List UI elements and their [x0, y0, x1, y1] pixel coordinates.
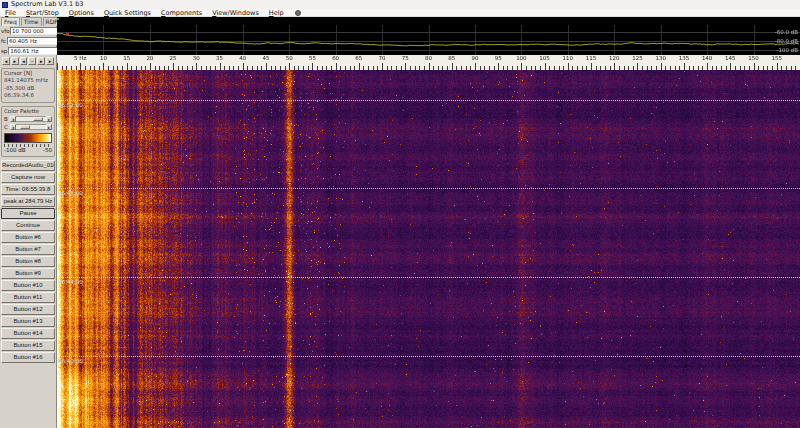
freq-label-95: 95 — [495, 55, 502, 62]
fc-label: fc — [1, 38, 6, 44]
contrast-slider-thumb[interactable] — [20, 125, 30, 129]
cursor-level: -85.300 dB — [4, 85, 52, 93]
db-label-60: -60.0 dB — [775, 29, 798, 35]
freq-label-40: 40 — [239, 55, 246, 62]
menu-bar: FileStart/StopOptionsQuick SettingsCompo… — [0, 9, 800, 17]
numbered-button-6[interactable]: Button #6 — [1, 232, 55, 243]
freq-label-100: 100 — [516, 55, 527, 62]
freq-label-60: 60 — [332, 55, 339, 62]
numbered-button-10[interactable]: Button #10 — [1, 280, 55, 291]
freq-label-145: 145 — [725, 55, 736, 62]
cursor-box-title: Cursor [N] — [4, 70, 52, 77]
pause-button[interactable]: Pause — [1, 208, 55, 219]
time-gridline-label: 06:48:00 — [58, 190, 83, 196]
status-led-icon — [295, 10, 301, 16]
slider-right-arrow-icon[interactable]: ▸ — [46, 124, 52, 130]
brightness-slider-thumb[interactable] — [33, 117, 43, 121]
numbered-button-14[interactable]: Button #14 — [1, 328, 55, 339]
menu-item-options[interactable]: Options — [64, 9, 99, 17]
menu-item-file[interactable]: File — [0, 9, 21, 17]
menu-item-help[interactable]: Help — [264, 9, 289, 17]
display-tabs: FreqTimeRDF — [0, 17, 56, 26]
control-panel: FreqTimeRDF vfo Hz fc opt sp ◂▸◂−▸▸ Curs… — [0, 17, 57, 428]
freq-label-25: 25 — [170, 55, 177, 62]
numbered-button-16[interactable]: Button #16 — [1, 352, 55, 363]
freq-label-140: 140 — [702, 55, 713, 62]
time-gridline-label: 06:44:00 — [58, 279, 83, 285]
freq-label-150: 150 — [748, 55, 759, 62]
time-display-button[interactable]: Time: 06:55:39.8 — [1, 184, 55, 195]
freq-label-45: 45 — [262, 55, 269, 62]
cursor-time: 06:39:34.6 — [4, 92, 52, 100]
spectrum-curve-canvas[interactable] — [57, 17, 800, 55]
capture-now-button[interactable]: Capture now — [1, 172, 55, 183]
freq-nav-button-6[interactable]: ▸ — [46, 57, 54, 65]
freq-label-85: 85 — [448, 55, 455, 62]
numbered-button-15[interactable]: Button #15 — [1, 340, 55, 351]
freq-label-35: 35 — [216, 55, 223, 62]
recorded-audio-button[interactable]: RecordedAudio_016... — [1, 160, 55, 171]
menu-item-view-windows[interactable]: View/Windows — [207, 9, 264, 17]
freq-label-75: 75 — [402, 55, 409, 62]
menu-item-components[interactable]: Components — [156, 9, 207, 17]
time-gridline-label: 06:52:00 — [58, 102, 83, 108]
tab-time[interactable]: Time — [21, 17, 42, 26]
freq-nav-button-3[interactable]: ◂ — [20, 57, 28, 65]
tab-freq[interactable]: Freq — [1, 17, 20, 26]
waterfall-canvas[interactable] — [57, 70, 800, 428]
palette-box-title: Color Palette — [4, 108, 52, 115]
freq-label-30: 30 — [193, 55, 200, 62]
freq-nav-button-5[interactable]: ▸ — [37, 57, 45, 65]
freq-label-70: 70 — [379, 55, 386, 62]
numbered-button-8[interactable]: Button #8 — [1, 256, 55, 267]
freq-label-115: 115 — [586, 55, 597, 62]
freq-label-90: 90 — [471, 55, 478, 62]
button-stack: RecordedAudio_016... Capture now Time: 0… — [0, 157, 56, 363]
freq-label-130: 130 — [655, 55, 666, 62]
palette-scale-max: -50 — [43, 147, 52, 154]
brightness-slider[interactable]: ◂ ▸ — [10, 116, 52, 122]
numbered-button-12[interactable]: Button #12 — [1, 304, 55, 315]
waterfall-display[interactable]: 06:52:0006:48:0006:44:0006:40:00 — [57, 70, 800, 428]
freq-label-110: 110 — [563, 55, 574, 62]
freq-label-105: 105 — [539, 55, 550, 62]
freq-label-5: 5 Hz — [74, 55, 86, 62]
numbered-button-13[interactable]: Button #13 — [1, 316, 55, 327]
time-gridline: 06:52:00 — [57, 100, 800, 101]
time-gridline: 06:48:00 — [57, 188, 800, 189]
cursor-frequency: 841.14075 mHz — [4, 77, 52, 85]
numbered-button-11[interactable]: Button #11 — [1, 292, 55, 303]
freq-label-120: 120 — [609, 55, 620, 62]
freq-nav-button-1[interactable]: ◂ — [2, 57, 10, 65]
slider-right-arrow-icon[interactable]: ▸ — [46, 116, 52, 122]
frequency-scale[interactable]: 5 Hz101520253035404550556065707580859095… — [57, 55, 800, 70]
cursor-readout-box: Cursor [N] 841.14075 mHz -85.300 dB 06:3… — [1, 68, 55, 103]
db-label-100: -100 dB — [777, 47, 799, 53]
freq-label-50: 50 — [286, 55, 293, 62]
peak-display-button[interactable]: peak at 284.79 Hz — [1, 196, 55, 207]
palette-gradient-bar — [4, 133, 52, 143]
brightness-slider-row: B ◂ ▸ — [4, 116, 52, 123]
menu-item-quick-settings[interactable]: Quick Settings — [99, 9, 156, 17]
menu-item-start-stop[interactable]: Start/Stop — [21, 9, 64, 17]
contrast-slider[interactable]: ◂ ▸ — [10, 124, 52, 130]
sp-field-row: sp — [0, 46, 56, 56]
fc-field-row: fc opt — [0, 36, 56, 46]
freq-label-135: 135 — [679, 55, 690, 62]
freq-label-125: 125 — [632, 55, 643, 62]
freq-nav-button-4[interactable]: − — [28, 57, 36, 65]
continue-button[interactable]: Continue — [1, 220, 55, 231]
color-palette-box: Color Palette B ◂ ▸ C ◂ ▸ -10 — [1, 106, 55, 157]
numbered-button-9[interactable]: Button #9 — [1, 268, 55, 279]
freq-label-15: 15 — [123, 55, 130, 62]
numbered-button-7[interactable]: Button #7 — [1, 244, 55, 255]
palette-scale-min: -100 dB — [4, 147, 26, 154]
contrast-slider-row: C ◂ ▸ — [4, 124, 52, 131]
vfo-label: vfo — [1, 28, 9, 34]
freq-nav-button-2[interactable]: ▸ — [11, 57, 19, 65]
spectrum-graph[interactable]: -60.0 dB-80.0 dB-100 dB — [57, 17, 800, 55]
freq-label-155: 155 — [772, 55, 783, 62]
freq-label-65: 65 — [355, 55, 362, 62]
palette-scale: -100 dB -50 — [4, 147, 52, 154]
time-gridline: 06:44:00 — [57, 277, 800, 278]
